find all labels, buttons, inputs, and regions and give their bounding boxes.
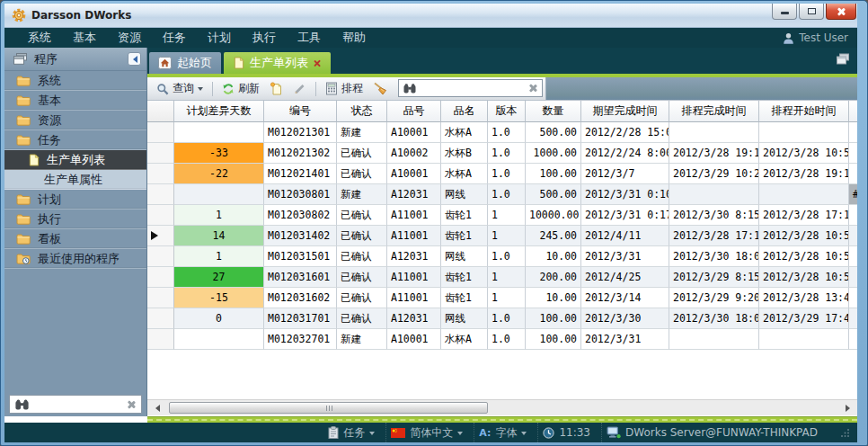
horizontal-scrollbar[interactable] [147,399,857,415]
cell-extra[interactable] [849,164,857,184]
cell-sched_end[interactable]: 2012/3/28 17:13 [669,226,759,246]
cell-sched_start[interactable] [759,122,849,143]
cell-pno[interactable]: A10001 [387,329,441,350]
table-row[interactable]: 1M012030802已确认A11001齿轮1110000.002012/3/3… [147,205,857,226]
cell-status[interactable]: 新建 [337,122,387,143]
sidebar-item-task[interactable]: 任务 [4,130,146,150]
cell-qty[interactable]: 500.00 [526,122,581,143]
resize-grip-icon[interactable] [841,428,850,437]
cell-diff[interactable]: 1 [174,246,264,267]
cell-pname[interactable]: 网线 [441,184,488,205]
cell-code[interactable]: M012032701 [264,329,337,350]
sidebar-item-system[interactable]: 系统 [4,71,146,91]
cell-sched_end[interactable]: 2012/3/30 8:15 [669,205,759,226]
menu-item-execute[interactable]: 执行 [242,28,287,48]
cell-sched_end[interactable]: 2012/3/29 9:20 [669,288,759,308]
cell-status[interactable]: 新建 [337,329,387,350]
cell-ver[interactable]: 1.0 [488,308,526,329]
minimize-button[interactable] [772,4,797,20]
cell-ver[interactable]: 1.0 [488,329,526,350]
cell-code[interactable]: M012031501 [264,246,337,267]
edit-button[interactable] [289,80,310,97]
status-task-menu[interactable]: 任务 [323,423,379,442]
sidebar-item-plan[interactable]: 计划 [4,190,146,210]
status-language-menu[interactable]: 简体中文 [385,423,467,442]
sidebar-item-production-order-list[interactable]: 生产单列表 [4,150,146,170]
cell-pname[interactable]: 网线 [441,308,488,329]
grid-column-header-sched_start[interactable]: 排程开始时间 [759,101,849,122]
table-row[interactable]: 14M012031402已确认A11001齿轮11245.002012/4/11… [147,226,857,246]
cell-sched_start[interactable]: 2012/3/29 17:46 [759,308,849,329]
close-button[interactable] [826,4,856,20]
cell-diff[interactable] [174,329,264,350]
clean-button[interactable] [369,80,391,97]
table-row[interactable]: -33M012021302已确认A10002水杯B1.01000.002012/… [147,143,857,164]
cell-status[interactable]: 已确认 [337,308,387,329]
cell-sched_end[interactable]: 2012/3/29 10:20 [669,164,759,184]
cell-expect[interactable]: 2012/4/25 [581,267,669,288]
title-bar[interactable]: Darsson DWorks [4,4,857,28]
sidebar-search-clear-icon[interactable] [127,400,136,409]
sidebar-item-board[interactable]: 看板 [4,229,146,249]
cell-expect[interactable]: 2012/3/30 [581,308,669,329]
cell-diff[interactable]: -15 [174,288,264,308]
cell-diff[interactable]: -33 [174,143,264,164]
cell-diff[interactable] [174,184,264,205]
cell-ver[interactable]: 1.0 [488,246,526,267]
cell-extra[interactable] [849,308,857,329]
cell-pno[interactable]: A11001 [387,205,441,226]
table-row[interactable]: M012032701新建A10001水杯A1.0100.002012/3/31 [147,329,857,350]
cell-sched_start[interactable]: 2012/3/28 13:40 [759,288,849,308]
cell-qty[interactable]: 100.00 [526,164,581,184]
cell-extra[interactable] [849,226,857,246]
tab-windows-icon[interactable] [836,53,850,66]
cell-status[interactable]: 已确认 [337,164,387,184]
menu-item-resource[interactable]: 资源 [107,28,152,48]
cell-sched_start[interactable]: 2012/3/28 19:10 [759,164,849,184]
cell-code[interactable]: M012021401 [264,164,337,184]
cell-diff[interactable]: -22 [174,164,264,184]
cell-status[interactable]: 已确认 [337,288,387,308]
cell-pno[interactable]: A11001 [387,288,441,308]
grid-column-header-sched_end[interactable]: 排程完成时间 [669,101,759,122]
cell-expect[interactable]: 2012/2/24 8:00 [581,143,669,164]
status-font-menu[interactable]: A: 字体 [474,423,531,442]
grid-column-header-pname[interactable]: 品名 [441,101,488,122]
cell-qty[interactable]: 500.00 [526,184,581,205]
cell-ver[interactable]: 1 [488,205,526,226]
cell-pname[interactable]: 水杯A [441,164,488,184]
cell-sched_start[interactable]: 2012/3/28 10:52 [759,226,849,246]
cell-status[interactable]: 已确认 [337,143,387,164]
table-row[interactable]: M012030801新建A12031网线1.0500.002012/3/31 0… [147,184,857,205]
table-row[interactable]: -15M012031602已确认A11001齿轮1110.002012/3/14… [147,288,857,308]
cell-code[interactable]: M012021302 [264,143,337,164]
sidebar-item-production-order-properties[interactable]: 生产单属性 [4,170,146,190]
grid-column-header-status[interactable]: 状态 [337,101,387,122]
grid-column-header-diff[interactable]: 计划差异天数 [174,101,264,122]
cell-qty[interactable]: 200.00 [526,267,581,288]
maximize-button[interactable] [799,4,824,20]
schedule-button[interactable]: 排程 [322,79,367,98]
scroll-left-arrow-icon[interactable] [149,402,162,415]
cell-ver[interactable]: 1.0 [488,184,526,205]
cell-status[interactable]: 已确认 [337,267,387,288]
cell-qty[interactable]: 100.00 [526,329,581,350]
cell-sched_start[interactable]: 2012/3/28 10:52 [759,246,849,267]
cell-sched_end[interactable]: 2012/3/29 8:15 [669,267,759,288]
grid-column-header-ver[interactable]: 版本 [488,101,526,122]
cell-code[interactable]: M012030801 [264,184,337,205]
tab-close-icon[interactable] [314,59,322,67]
cell-code[interactable]: M012021301 [264,122,337,143]
cell-extra[interactable] [849,205,857,226]
cell-diff[interactable]: 27 [174,267,264,288]
cell-pno[interactable]: A10001 [387,122,441,143]
cell-diff[interactable]: 14 [174,226,264,246]
grid-column-header-extra[interactable]: 首 [849,101,857,122]
menu-item-help[interactable]: 帮助 [332,28,376,48]
grid-search-clear-icon[interactable] [528,84,537,93]
cell-pname[interactable]: 水杯B [441,143,488,164]
cell-sched_start[interactable]: 2012/3/28 10:52 [759,143,849,164]
horizontal-scrollbar-thumb[interactable] [169,402,488,414]
menu-item-plan[interactable]: 计划 [197,28,242,48]
sidebar-item-recent-programs[interactable]: 最近使用的程序 [4,249,146,269]
